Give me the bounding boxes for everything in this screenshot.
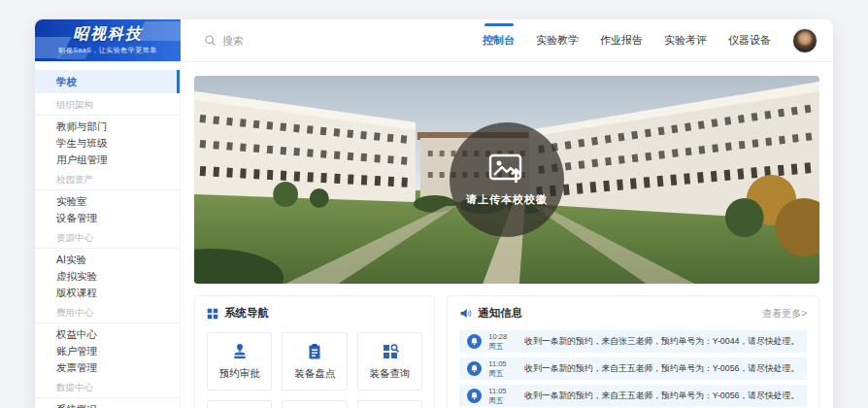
notification-time: 11:05周五 bbox=[488, 359, 517, 379]
tab-experiment-teaching[interactable]: 实验教学 bbox=[536, 19, 579, 62]
divider bbox=[35, 397, 180, 398]
divider bbox=[35, 189, 180, 190]
notification-text: 收到一条新的预约，来自王五老师，预约单号为：Y-0056，请尽快处理。 bbox=[524, 391, 799, 402]
sidebar-item-teachers-departments[interactable]: 教师与部门 bbox=[35, 119, 180, 135]
notifications-title: 通知信息 bbox=[478, 306, 522, 321]
sidebar-item-device-management[interactable]: 设备管理 bbox=[35, 210, 180, 226]
bell-icon bbox=[467, 361, 482, 376]
search-input[interactable] bbox=[222, 35, 368, 47]
bell-icon bbox=[467, 389, 482, 403]
upload-school-badge-button[interactable]: 请上传本校校徽 bbox=[450, 122, 564, 237]
card-partial-3[interactable] bbox=[357, 400, 422, 408]
card-equipment-search[interactable]: 装备查询 bbox=[357, 332, 422, 391]
sidebar-item-school[interactable]: 学校 bbox=[35, 70, 180, 93]
card-partial-2[interactable] bbox=[282, 400, 347, 408]
sidebar-item-benefits-center[interactable]: 权益中心 bbox=[35, 326, 180, 343]
card-partial-1[interactable] bbox=[207, 400, 272, 408]
main-content: 请上传本校校徽 系统导航 bbox=[181, 62, 833, 408]
tab-instruments[interactable]: 仪器设备 bbox=[728, 19, 771, 62]
notifications-panel: 通知信息 查看更多> 10:28周五 收到一条新的预约，来自张三老师，预约单号为… bbox=[447, 295, 819, 408]
sidebar-section-data-center: 数据中心 bbox=[35, 376, 180, 397]
brand-logo[interactable]: 昭视科技 昭视SaaS，让实验教学更简单 bbox=[35, 19, 181, 61]
notifications-list: 10:28周五 收到一条新的预约，来自张三老师，预约单号为：Y-0044，请尽快… bbox=[459, 330, 807, 408]
sidebar-item-ai-experiments[interactable]: AI实验 bbox=[35, 252, 180, 268]
view-more-link[interactable]: 查看更多> bbox=[762, 307, 807, 321]
stamp-icon bbox=[230, 342, 250, 361]
app-window: 昭视科技 昭视SaaS，让实验教学更简单 控制台 实验教学 作业报告 实验考评 … bbox=[35, 19, 833, 408]
grid-search-icon bbox=[381, 342, 400, 361]
sidebar-item-user-groups[interactable]: 用户组管理 bbox=[35, 152, 180, 168]
system-nav-panel: 系统导航 预约审批 bbox=[194, 295, 435, 408]
tab-experiment-assessment[interactable]: 实验考评 bbox=[664, 19, 707, 62]
sidebar-section-billing-center: 费用中心 bbox=[35, 301, 180, 323]
clipboard-icon bbox=[305, 342, 324, 361]
notification-text: 收到一条新的预约，来自张三老师，预约单号为：Y-0044，请尽快处理。 bbox=[524, 336, 799, 348]
notification-item[interactable]: 11:05周五 收到一条新的预约，来自王五老师，预约单号为：Y-0056，请尽快… bbox=[459, 357, 807, 380]
search-icon bbox=[204, 34, 217, 47]
divider bbox=[35, 115, 180, 116]
divider bbox=[35, 248, 180, 249]
card-label: 预约审批 bbox=[219, 367, 260, 381]
brand-title: 昭视科技 bbox=[73, 25, 143, 43]
user-avatar[interactable] bbox=[792, 28, 818, 53]
brand-tagline: 昭视SaaS，让实验教学更简单 bbox=[58, 46, 157, 55]
notification-time: 10:28周五 bbox=[488, 332, 517, 352]
system-nav-grid: 预约审批 装备盘点 bbox=[207, 332, 422, 408]
card-label: 装备查询 bbox=[370, 367, 411, 381]
sidebar-item-labs[interactable]: 实验室 bbox=[35, 193, 180, 210]
top-nav-tabs: 控制台 实验教学 作业报告 实验考评 仪器设备 bbox=[483, 19, 786, 61]
bell-icon bbox=[467, 334, 482, 349]
sidebar-section-org-structure: 组织架构 bbox=[35, 93, 180, 115]
notification-item[interactable]: 10:28周五 收到一条新的预约，来自张三老师，预约单号为：Y-0044，请尽快… bbox=[459, 330, 807, 353]
notification-text: 收到一条新的预约，来自王五老师，预约单号为：Y-0056，请尽快处理。 bbox=[524, 363, 799, 375]
notification-time: 11:05周五 bbox=[488, 387, 517, 406]
tab-homework-reports[interactable]: 作业报告 bbox=[600, 19, 643, 62]
sidebar-item-invoice-management[interactable]: 发票管理 bbox=[35, 359, 180, 376]
sidebar-item-licensed-courses[interactable]: 版权课程 bbox=[35, 285, 180, 301]
sidebar: 学校 组织架构 教师与部门 学生与班级 用户组管理 校园资产 实验室 设备管理 … bbox=[35, 62, 181, 408]
sidebar-item-students-classes[interactable]: 学生与班级 bbox=[35, 135, 180, 152]
tab-console[interactable]: 控制台 bbox=[483, 19, 515, 62]
sidebar-item-virtual-experiments[interactable]: 虚拟实验 bbox=[35, 268, 180, 285]
system-nav-title: 系统导航 bbox=[224, 306, 269, 321]
sidebar-item-system-overview[interactable]: 系统概况 bbox=[35, 401, 180, 408]
notification-item[interactable]: 11:05周五 收到一条新的预约，来自王五老师，预约单号为：Y-0056，请尽快… bbox=[459, 385, 807, 407]
sidebar-section-resource-center: 资源中心 bbox=[35, 226, 180, 248]
divider bbox=[35, 323, 180, 323]
search-bar bbox=[181, 19, 483, 61]
sidebar-section-campus-assets: 校园资产 bbox=[35, 168, 180, 189]
card-equipment-inventory[interactable]: 装备盘点 bbox=[282, 332, 347, 391]
sidebar-item-account-management[interactable]: 账户管理 bbox=[35, 343, 180, 359]
image-upload-icon bbox=[488, 153, 525, 185]
campus-photo-banner: 请上传本校校徽 bbox=[194, 76, 819, 284]
speaker-icon bbox=[459, 307, 472, 320]
upload-text: 请上传本校校徽 bbox=[466, 192, 548, 207]
card-reservation-approval[interactable]: 预约审批 bbox=[207, 332, 272, 391]
grid-icon bbox=[207, 308, 218, 320]
top-header: 昭视科技 昭视SaaS，让实验教学更简单 控制台 实验教学 作业报告 实验考评 … bbox=[35, 19, 833, 62]
card-label: 装备盘点 bbox=[294, 367, 335, 381]
